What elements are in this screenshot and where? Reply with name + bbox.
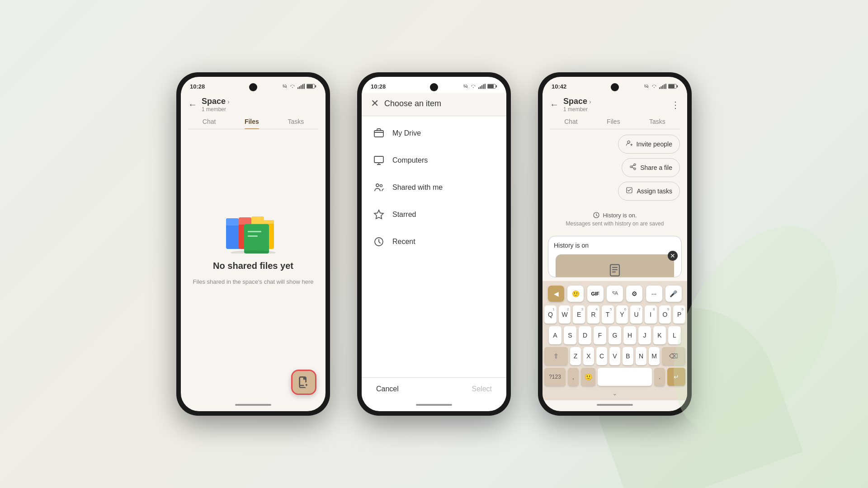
drive-label-shared: Shared with me: [392, 183, 443, 192]
bottom-bar-2: [362, 400, 506, 411]
svg-rect-16: [251, 220, 274, 224]
key-j[interactable]: J: [638, 326, 651, 344]
bottom-pill-1: [235, 404, 271, 406]
key-period[interactable]: .: [654, 368, 665, 386]
key-q[interactable]: Q1: [544, 305, 557, 324]
history-title-row: History is on.: [593, 211, 637, 219]
key-n[interactable]: N: [636, 347, 646, 365]
status-icons-3: [644, 84, 678, 89]
svg-rect-27: [485, 84, 486, 89]
phone-2-notch: [430, 83, 438, 91]
keyboard-translate-btn[interactable]: [607, 286, 623, 302]
signal-icon-2: [478, 84, 486, 89]
key-h[interactable]: H: [623, 326, 636, 344]
key-i[interactable]: I8: [645, 305, 657, 324]
select-button[interactable]: Select: [472, 385, 492, 393]
battery-icon: [307, 84, 316, 89]
share-file-label: Share a file: [640, 164, 672, 171]
drive-item-computers[interactable]: Computers: [362, 147, 506, 174]
invite-people-label: Invite people: [637, 141, 672, 148]
keyboard-row-4: ?123 , 🙂 . ↵: [544, 368, 685, 386]
key-v[interactable]: V: [609, 347, 620, 365]
key-enter[interactable]: ↵: [667, 368, 685, 386]
share-file-button[interactable]: Share a file: [622, 158, 680, 177]
drive-item-shared[interactable]: Shared with me: [362, 174, 506, 201]
key-d[interactable]: D: [579, 326, 591, 344]
attachment-close-button[interactable]: ✕: [668, 251, 678, 261]
drive-icon: [373, 127, 385, 140]
drive-item-my-drive[interactable]: My Drive: [362, 120, 506, 147]
drive-item-recent[interactable]: Recent: [362, 228, 506, 255]
assign-tasks-button[interactable]: Assign tasks: [618, 182, 680, 201]
share-file-fab[interactable]: [291, 370, 316, 395]
keyboard-back-button[interactable]: ◀: [548, 286, 564, 302]
key-p[interactable]: P0: [673, 305, 685, 324]
svg-rect-1: [299, 86, 300, 89]
space-subtitle-3: 1 member: [563, 106, 666, 113]
keyboard-gif-btn[interactable]: GIF: [587, 286, 604, 302]
svg-rect-42: [669, 84, 675, 88]
invite-people-button[interactable]: Invite people: [618, 135, 680, 154]
key-shift[interactable]: ⇧: [544, 347, 568, 365]
keyboard-emoji-btn[interactable]: 🙂: [567, 286, 584, 302]
key-e[interactable]: E3: [573, 305, 585, 324]
chevron-down-icon[interactable]: ⌄: [612, 389, 618, 397]
keyboard-settings-btn[interactable]: ⚙: [626, 286, 642, 302]
keyboard-row-1: Q1 W2 E3 R4 T5 Y6 U7 I8 O9 P0: [544, 305, 685, 324]
tab-files-3[interactable]: Files: [607, 118, 620, 129]
key-f[interactable]: F: [594, 326, 606, 344]
key-space[interactable]: [598, 368, 652, 386]
fab-container-1: [181, 364, 326, 400]
back-button-3[interactable]: ←: [550, 99, 559, 110]
phone-2: 10:28 ✕ Choose an item My Drive: [357, 72, 511, 416]
document-icon: [297, 376, 310, 389]
bottom-pill-2: [416, 404, 452, 406]
key-z[interactable]: Z: [570, 347, 581, 365]
tab-chat-1[interactable]: Chat: [203, 118, 216, 129]
key-o[interactable]: O9: [659, 305, 671, 324]
message-text[interactable]: History is on: [554, 240, 676, 251]
files-empty-state: No shared files yet Files shared in the …: [181, 129, 326, 364]
space-title-3: Space: [563, 97, 587, 106]
key-numbers[interactable]: ?123: [544, 368, 566, 386]
status-time-3: 10:42: [552, 83, 566, 90]
key-x[interactable]: X: [583, 347, 594, 365]
key-k[interactable]: K: [653, 326, 666, 344]
key-emoji-row[interactable]: 🙂: [581, 368, 595, 386]
key-a[interactable]: A: [549, 326, 561, 344]
keyboard-mic-btn[interactable]: 🎤: [665, 286, 682, 302]
tab-chat-3[interactable]: Chat: [564, 118, 578, 129]
drive-item-starred[interactable]: Starred: [362, 201, 506, 228]
key-t[interactable]: T5: [602, 305, 614, 324]
keyboard: ◀ 🙂 GIF ⚙ ··· 🎤 Q1 W2 E3 R4 T5 Y6 U7 I8: [542, 281, 687, 400]
key-l[interactable]: L: [668, 326, 681, 344]
key-g[interactable]: G: [609, 326, 621, 344]
key-r[interactable]: R4: [587, 305, 599, 324]
svg-rect-40: [665, 84, 666, 89]
tab-files-1[interactable]: Files: [245, 118, 259, 129]
close-button[interactable]: ✕: [371, 99, 379, 108]
space-arrow-1: ›: [227, 98, 230, 105]
tab-tasks-3[interactable]: Tasks: [649, 118, 665, 129]
more-button-3[interactable]: ⋮: [671, 99, 680, 110]
key-m[interactable]: M: [649, 347, 660, 365]
mute-icon-2: [463, 84, 468, 89]
keyboard-more-btn[interactable]: ···: [646, 286, 662, 302]
key-comma[interactable]: ,: [568, 368, 579, 386]
choose-header: ✕ Choose an item: [362, 93, 506, 116]
back-button-1[interactable]: ←: [188, 99, 197, 110]
cancel-button[interactable]: Cancel: [376, 385, 399, 393]
tab-tasks-1[interactable]: Tasks: [288, 118, 304, 129]
key-w[interactable]: W2: [559, 305, 571, 324]
key-b[interactable]: B: [623, 347, 633, 365]
key-u[interactable]: U7: [630, 305, 642, 324]
keyboard-toolbar: ◀ 🙂 GIF ⚙ ··· 🎤: [544, 284, 685, 305]
key-y[interactable]: Y6: [616, 305, 628, 324]
key-s[interactable]: S: [564, 326, 576, 344]
tabs-3: Chat Files Tasks: [550, 114, 680, 129]
empty-subtitle-1: Files shared in the space's chat will sh…: [193, 278, 314, 285]
computer-icon: [373, 154, 385, 167]
svg-rect-39: [664, 84, 665, 89]
key-delete[interactable]: ⌫: [662, 347, 685, 365]
key-c[interactable]: C: [596, 347, 607, 365]
